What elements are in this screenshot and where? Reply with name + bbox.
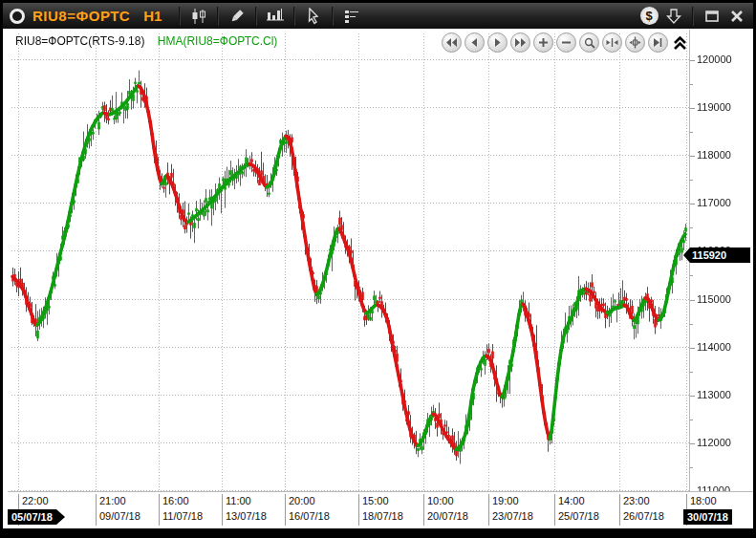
time-axis-tick [619, 494, 620, 526]
volume-chart-button[interactable] [263, 6, 288, 27]
toolbar-separator [255, 7, 257, 26]
price-axis-label: 115000 [697, 293, 731, 305]
price-axis-tick [690, 132, 693, 133]
time-axis-time-label: 19:00 [492, 495, 519, 506]
compress-horizontal-button[interactable] [602, 32, 622, 53]
scroll-fast-right-button[interactable] [510, 32, 530, 53]
time-axis-time-label: 10:00 [427, 495, 454, 506]
time-axis-tick [96, 494, 97, 526]
price-axis-tick [690, 84, 693, 85]
title-bar[interactable]: RIU8=ФОРТС H1 $ [3, 3, 753, 29]
time-axis-tick [159, 494, 160, 526]
scroll-left-button[interactable] [464, 32, 485, 53]
time-axis-date-label: 13/07/18 [226, 510, 267, 522]
download-arrow-button[interactable] [661, 6, 686, 27]
time-axis-date-label: 18/07/18 [362, 510, 403, 522]
time-axis-time-label: 18:00 [690, 495, 717, 506]
price-axis-tick [690, 396, 695, 397]
toolbar-separator [332, 7, 334, 26]
price-axis-tick [690, 275, 693, 276]
current-price-tag: 115920 [683, 247, 750, 263]
time-axis-time-label: 20:00 [289, 495, 315, 506]
time-axis-tick [285, 494, 286, 526]
time-axis-tick [554, 494, 555, 526]
time-axis-tick [222, 494, 223, 526]
current-price-value: 115920 [692, 249, 726, 261]
timeframe-label: H1 [143, 8, 162, 24]
time-axis-date-label: 25/07/18 [558, 510, 599, 522]
time-axis-date-label: 23/07/18 [492, 510, 533, 522]
chart-nav-toolbar [439, 32, 686, 53]
price-axis-tick [690, 372, 693, 373]
price-axis-tick [690, 60, 695, 61]
candle-width-button[interactable] [625, 32, 645, 53]
time-axis-date-label: 20/07/18 [427, 510, 468, 522]
price-axis-tick [690, 443, 695, 444]
time-axis-time-label: 14:00 [558, 495, 585, 506]
toolbar-separator [692, 7, 694, 26]
restore-button[interactable] [700, 6, 724, 27]
chart-panel: RIU8=ФОРТС(RTS-9.18) HMA(RIU8=ФОРТС.Cl) … [3, 29, 753, 528]
price-axis-label: 113000 [697, 389, 731, 400]
price-axis-label: 114000 [697, 341, 731, 353]
cursor-button[interactable] [301, 6, 326, 27]
time-axis-time-label: 21:00 [99, 495, 126, 506]
time-axis-tick [488, 494, 489, 526]
price-axis[interactable]: 1200001190001180001170001160001150001140… [689, 30, 753, 491]
time-axis-time-label: 22:00 [22, 495, 49, 506]
price-axis-tick [690, 204, 695, 204]
time-axis-tick [358, 494, 359, 526]
toolbar-separator [217, 7, 219, 26]
price-axis-label: 112000 [697, 437, 731, 448]
price-axis-tick [690, 180, 693, 181]
magnifier-button[interactable] [579, 32, 599, 53]
time-axis-date-label: 09/07/18 [99, 510, 140, 522]
indicators-button[interactable] [339, 6, 364, 27]
time-axis-time-label: 15:00 [362, 495, 389, 506]
price-axis-tick [690, 348, 695, 349]
pencil-button[interactable] [225, 6, 249, 27]
price-axis-label: 118000 [697, 149, 731, 161]
toolbar-separator [293, 7, 295, 26]
price-axis-label: 120000 [697, 54, 732, 65]
price-axis-tick [690, 420, 693, 420]
app-logo-icon [10, 9, 25, 24]
dollar-button[interactable]: $ [637, 6, 661, 27]
price-axis-label: 117000 [697, 197, 731, 208]
chart-legend: RIU8=ФОРТС(RTS-9.18) HMA(RIU8=ФОРТС.Cl) [15, 34, 277, 48]
time-axis-date-label: 16/07/18 [289, 510, 330, 522]
time-axis-date-label: 26/07/18 [623, 510, 664, 522]
price-chart-canvas[interactable] [8, 30, 690, 491]
window-frame: RIU8=ФОРТС H1 $ RIU8=ФОРТС(RTS-9.18) HMA… [0, 0, 756, 538]
scroll-right-button[interactable] [487, 32, 508, 53]
close-button[interactable] [724, 6, 749, 27]
time-axis-time-label: 16:00 [162, 495, 189, 506]
price-axis-label: 119000 [697, 101, 731, 113]
zoom-in-button[interactable] [533, 32, 553, 53]
price-axis-tick [690, 227, 693, 228]
last-date-tag: 30/07/18 [683, 509, 732, 525]
legend-indicator-label: HMA(RIU8=ФОРТС.Cl) [158, 34, 278, 48]
price-axis-tick [690, 108, 695, 109]
price-axis-tick [690, 467, 693, 468]
toolbar-separator [179, 7, 181, 26]
window-title-symbol: RIU8=ФОРТС [32, 8, 130, 24]
price-axis-tick [690, 324, 693, 325]
scroll-fast-left-button[interactable] [442, 32, 462, 53]
candlestick-chart-button[interactable] [186, 6, 211, 27]
collapse-toolbar-icon[interactable] [674, 36, 686, 50]
zoom-out-button[interactable] [556, 32, 576, 53]
go-to-end-button[interactable] [648, 32, 668, 53]
legend-symbol-label: RIU8=ФОРТС(RTS-9.18) [15, 34, 144, 48]
time-axis-time-label: 11:00 [226, 495, 251, 506]
time-axis-tick [423, 494, 424, 526]
time-axis-date-label: 11/07/18 [162, 510, 203, 522]
price-axis-tick [690, 156, 695, 157]
time-axis[interactable]: 22:0005/07/1821:0009/07/1816:0011/07/181… [8, 491, 753, 528]
first-date-tag: 05/07/18 [8, 509, 65, 525]
time-axis-time-label: 23:00 [623, 495, 650, 506]
price-axis-tick [690, 300, 695, 301]
